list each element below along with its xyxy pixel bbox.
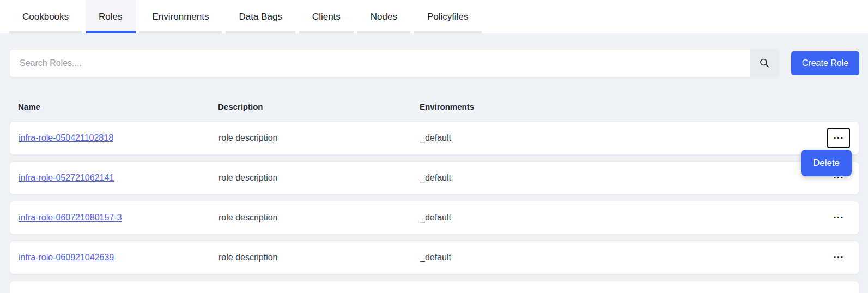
- roles-table: Name Description Environments infra-role…: [9, 98, 859, 293]
- role-description: role description: [218, 173, 420, 183]
- search-bar: [9, 49, 779, 77]
- column-header-name: Name: [18, 102, 218, 111]
- role-name-link[interactable]: infra-role-050421102818: [19, 133, 113, 143]
- ellipsis-icon: ...: [834, 129, 844, 141]
- tab-data-bags[interactable]: Data Bags: [226, 0, 295, 33]
- table-row: infra-role-060921042639 role description…: [9, 241, 859, 274]
- tab-clients[interactable]: Clients: [299, 0, 354, 33]
- table-row: infra-role-050421102818 role description…: [9, 121, 859, 155]
- role-environments: _default: [420, 173, 806, 183]
- table-header: Name Description Environments: [9, 98, 859, 115]
- role-environments: _default: [420, 253, 806, 262]
- table-row: infra-role-060721080157-3 role descripti…: [9, 201, 859, 235]
- row-menu-button[interactable]: ...: [827, 128, 850, 148]
- tab-environments[interactable]: Environments: [139, 0, 222, 33]
- roles-page: Cookbooks Roles Environments Data Bags C…: [0, 0, 868, 293]
- role-name-link[interactable]: infra-role-060921042639: [19, 253, 114, 262]
- ellipsis-icon: ...: [834, 209, 844, 221]
- table-row-partial: [9, 280, 859, 293]
- row-menu-button[interactable]: ...: [827, 247, 850, 268]
- role-description: role description: [218, 253, 420, 262]
- table-row: infra-role-052721062141 role description…: [9, 161, 859, 195]
- tab-nodes[interactable]: Nodes: [357, 0, 410, 33]
- column-header-description: Description: [218, 102, 420, 111]
- search-icon: [758, 57, 770, 69]
- role-environments: _default: [420, 213, 806, 223]
- search-button[interactable]: [750, 50, 779, 77]
- column-header-environments: Environments: [420, 102, 807, 111]
- toolbar: Create Role: [9, 49, 859, 77]
- role-description: role description: [218, 133, 420, 143]
- row-menu-button[interactable]: ...: [827, 207, 850, 228]
- role-environments: _default: [420, 133, 806, 143]
- role-description: role description: [218, 213, 420, 223]
- role-name-link[interactable]: infra-role-052721062141: [19, 173, 114, 183]
- ellipsis-icon: ...: [834, 249, 844, 261]
- tab-policyfiles[interactable]: Policyfiles: [414, 0, 482, 33]
- infra-tab-bar: Cookbooks Roles Environments Data Bags C…: [0, 0, 868, 33]
- tab-cookbooks[interactable]: Cookbooks: [9, 0, 82, 33]
- role-name-link[interactable]: infra-role-060721080157-3: [19, 213, 122, 223]
- search-input[interactable]: [10, 50, 750, 77]
- tab-roles[interactable]: Roles: [86, 0, 135, 33]
- delete-menu-item[interactable]: Delete: [801, 150, 852, 176]
- create-role-button[interactable]: Create Role: [791, 51, 859, 75]
